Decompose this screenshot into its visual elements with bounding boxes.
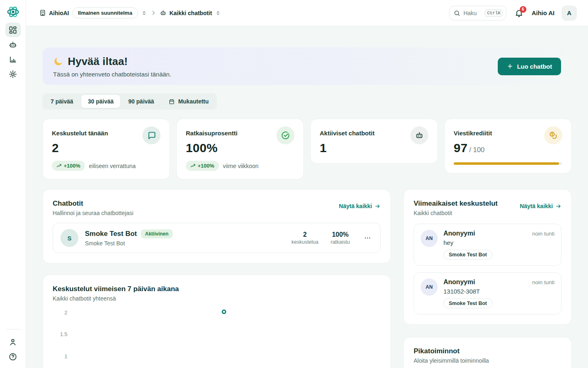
page-title: Hyvää iltaa!	[53, 55, 171, 68]
ellipsis-icon	[364, 234, 371, 242]
stat-note: viime viikkoon	[223, 163, 258, 169]
search-shortcut-kbd: CtrlK	[485, 9, 503, 17]
calendar-icon	[169, 99, 175, 105]
building-icon	[39, 9, 46, 16]
chevron-right-icon	[150, 10, 156, 16]
bar-chart-icon	[9, 55, 17, 64]
sidebar-item-analytics[interactable]	[5, 52, 21, 67]
filter-custom[interactable]: Mukautettu	[162, 95, 215, 108]
conversation-avatar: AN	[421, 278, 438, 296]
chatbot-list-item[interactable]: S Smoke Test Bot Aktiivinen Smoke Test B…	[53, 223, 381, 253]
breadcrumb-section[interactable]: Kaikki chatbotit	[160, 9, 212, 16]
app-logo-icon[interactable]	[4, 3, 22, 21]
recent-view-all-link[interactable]: Näytä kaikki	[520, 203, 561, 209]
greeting-banner: Hyvää iltaa! Tässä on yhteenveto chatbot…	[42, 47, 572, 85]
stat-card-resolution: Ratkaisuprosentti 100%	[176, 119, 304, 180]
avatar-initial: A	[567, 9, 572, 16]
sidebar-item-dashboard[interactable]	[5, 22, 21, 37]
conversation-list-item[interactable]: AN Anonyymi noin tunti hey Smoke Test Bo…	[414, 224, 561, 266]
conversation-avatar: AN	[421, 230, 438, 247]
chevrons-up-down-icon[interactable]	[215, 10, 221, 16]
chatbot-avatar: S	[60, 229, 78, 247]
line-chart: 2 1.5 1	[53, 304, 381, 368]
notifications-button[interactable]: 6	[514, 8, 524, 18]
trending-up-icon	[190, 163, 196, 168]
recent-subtitle: Kaikki chatbotit	[414, 210, 498, 216]
sidebar-footer	[5, 329, 21, 364]
chatbots-view-all-link[interactable]: Näytä kaikki	[339, 203, 381, 209]
plan-selector[interactable]: Ilmainen suunnitelma	[72, 7, 138, 18]
sidebar	[0, 0, 26, 368]
chatbots-title: Chatbotit	[53, 200, 134, 208]
conversation-list-item[interactable]: AN Anonyymi noin tunti 131052-308T Smoke…	[414, 272, 561, 314]
conversation-time: noin tunti	[532, 231, 555, 237]
create-chatbot-button[interactable]: Luo chatbot	[498, 58, 561, 75]
time-range-filter: 7 päivää 30 päivää 90 päivää Mukautettu	[42, 93, 217, 110]
stat-value: 97	[454, 141, 468, 155]
sidebar-item-profile[interactable]	[5, 334, 21, 349]
y-axis-tick: 2	[53, 310, 67, 316]
stat-value: 2	[52, 141, 160, 155]
chatbots-subtitle: Hallinnoi ja seuraa chatbottejasi	[53, 210, 134, 216]
chatbot-name: Smoke Test Bot	[85, 230, 137, 238]
plan-label: Ilmainen suunnitelma	[78, 10, 132, 16]
gear-icon	[9, 70, 17, 79]
trend-badge: +100%	[186, 161, 219, 171]
stat-note: eiliseen verrattuna	[89, 163, 136, 169]
chevrons-up-down-icon[interactable]	[141, 10, 147, 16]
chart-title: Keskustelut viimeisen 7 päivän aikana	[53, 285, 381, 293]
sidebar-divider	[6, 329, 20, 330]
app-root: AihioAI Ilmainen suunnitelma	[0, 0, 588, 368]
right-column: Viimeaikaiset keskustelut Kaikki chatbot…	[403, 189, 572, 368]
chatbot-menu-button[interactable]	[362, 233, 373, 243]
conversation-bot-tag: Smoke Test Bot	[443, 298, 492, 308]
credits-progress-fill	[454, 162, 559, 165]
quick-actions-subtitle: Aloita yleisimmillä toiminnoilla	[414, 357, 561, 364]
user-icon	[9, 338, 17, 346]
section-label: Kaikki chatbotit	[169, 10, 212, 16]
breadcrumb-brand[interactable]: AihioAI	[39, 9, 69, 16]
quick-actions-panel: Pikatoiminnot Aloita yleisimmillä toimin…	[403, 337, 572, 368]
dashboard-columns: Chatbotit Hallinnoi ja seuraa chatbottej…	[42, 189, 572, 368]
filter-90-days[interactable]: 90 päivää	[122, 95, 160, 108]
greeting-subtitle: Tässä on yhteenveto chatboteistasi tänää…	[53, 71, 171, 78]
sidebar-item-settings[interactable]	[5, 67, 21, 81]
trend-badge: +100%	[52, 161, 85, 171]
chart-data-point	[222, 310, 226, 314]
main-content: Hyvää iltaa! Tässä on yhteenveto chatbot…	[26, 26, 588, 368]
brand-label: AihioAI	[49, 10, 69, 16]
message-square-icon	[143, 126, 160, 144]
conversation-user: Anonyymi	[443, 230, 475, 237]
filter-7-days[interactable]: 7 päivää	[44, 95, 80, 108]
bot-icon	[9, 40, 17, 49]
recent-conversations-panel: Viimeaikaiset keskustelut Kaikki chatbot…	[403, 189, 572, 325]
search-box[interactable]: CtrlK	[449, 6, 506, 20]
header-actions: CtrlK 6 Aihio AI A	[449, 6, 577, 20]
status-badge: Aktiivinen	[141, 229, 172, 238]
sidebar-item-chatbots[interactable]	[5, 37, 21, 52]
sidebar-item-help[interactable]	[5, 349, 21, 364]
check-circle-icon	[276, 126, 294, 144]
stat-value: 100%	[186, 141, 294, 155]
y-axis-tick: 1.5	[53, 331, 67, 337]
arrow-right-icon	[555, 203, 561, 209]
search-icon	[454, 10, 460, 16]
stat-title: Viestikrediitit	[454, 126, 492, 137]
breadcrumb: AihioAI Ilmainen suunnitelma	[39, 7, 221, 18]
stat-title: Ratkaisuprosentti	[186, 126, 238, 137]
search-input[interactable]	[463, 10, 481, 16]
avatar[interactable]: A	[562, 6, 577, 20]
greeting-text-block: Hyvää iltaa! Tässä on yhteenveto chatbot…	[53, 55, 171, 78]
notification-count-badge: 6	[520, 6, 526, 13]
account-name: Aihio AI	[532, 9, 555, 16]
conversation-user: Anonyymi	[443, 278, 475, 286]
stat-title: Keskustelut tänään	[52, 126, 108, 137]
top-bar: AihioAI Ilmainen suunnitelma	[26, 0, 588, 26]
moon-icon	[53, 56, 64, 67]
credits-progress-bar	[454, 162, 562, 165]
conversation-time: noin tunti	[532, 279, 555, 285]
recent-title: Viimeaikaiset keskustelut	[414, 200, 498, 208]
filter-30-days[interactable]: 30 päivää	[81, 95, 120, 108]
trending-up-icon	[56, 163, 62, 168]
stat-card-credits: Viestikrediitit 97 / 100	[444, 119, 572, 173]
